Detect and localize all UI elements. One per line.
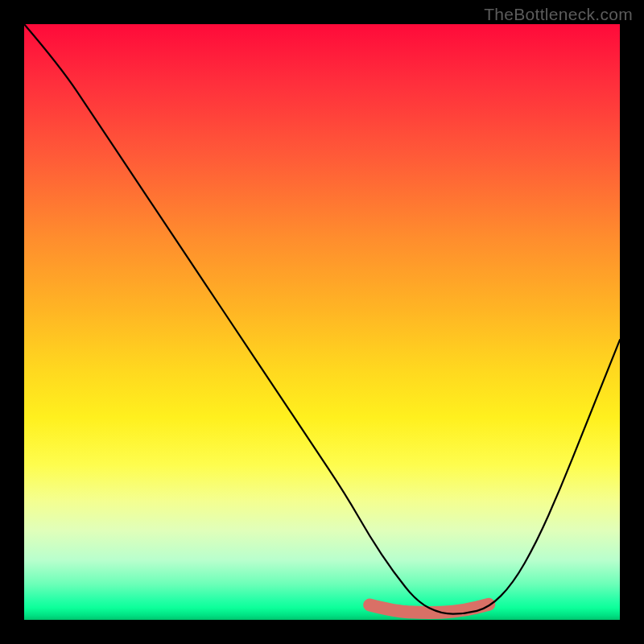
chart-svg (24, 24, 620, 620)
chart-plot-area (24, 24, 620, 620)
chart-frame: TheBottleneck.com (0, 0, 644, 644)
watermark-text: TheBottleneck.com (484, 5, 633, 24)
bottleneck-curve-line (24, 24, 620, 614)
